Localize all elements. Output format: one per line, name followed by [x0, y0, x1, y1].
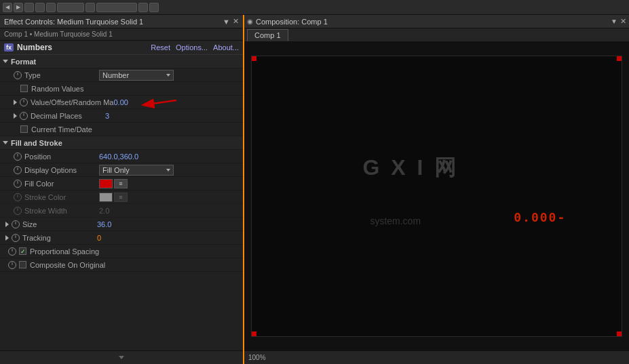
panel-close-icon[interactable]: ✕ [233, 17, 239, 26]
toolbar-icons: ◀ ▶ [3, 3, 159, 12]
fx-badge: fx [4, 43, 14, 52]
size-expand[interactable] [5, 222, 9, 227]
fill-color-menu[interactable]: ≡ [114, 179, 128, 188]
current-time-checkbox[interactable] [20, 125, 28, 133]
app-window: ◀ ▶ Effect Controls: Medium Turquoise So… [0, 0, 629, 364]
panel-header: Effect Controls: Medium Turquoise Solid … [0, 15, 243, 28]
watermark: G X I 网 [363, 153, 459, 183]
composite-on-original-checkbox[interactable] [19, 261, 26, 268]
breadcrumb: Comp 1 • Medium Turquoise Solid 1 [0, 28, 243, 41]
type-dropdown-arrow [166, 74, 170, 77]
decimal-expand[interactable] [14, 113, 17, 119]
fill-stroke-label: Fill and Stroke [11, 139, 62, 147]
corner-marker-tr [617, 56, 622, 61]
corner-marker-tl [251, 56, 256, 61]
fill-color-label: Fill Color [24, 180, 99, 188]
size-stopwatch[interactable] [12, 220, 20, 228]
decimal-places-row: Decimal Places 3 [0, 109, 243, 123]
toolbar-btn-6[interactable] [138, 3, 148, 12]
extra-stopwatch-2[interactable] [8, 261, 16, 269]
toolbar-btn-3[interactable] [35, 3, 45, 12]
type-dropdown[interactable]: Number [99, 70, 174, 81]
stroke-width-value: 2.0 [99, 207, 109, 215]
breadcrumb-text: Comp 1 • Medium Turquoise Solid 1 [4, 31, 113, 38]
number-display: 0.000- [514, 210, 566, 224]
fill-color-stopwatch[interactable] [14, 180, 22, 188]
value-expand[interactable] [14, 100, 17, 105]
comp-panel-close[interactable]: ✕ [620, 17, 626, 26]
toolbar-wide-btn[interactable] [57, 3, 84, 12]
options-button[interactable]: Options... [176, 43, 208, 52]
stroke-color-menu: ≡ [114, 193, 128, 202]
reset-button[interactable]: Reset [151, 43, 170, 52]
format-label: Format [11, 58, 36, 66]
top-toolbar: ◀ ▶ [0, 0, 629, 15]
type-stopwatch[interactable] [14, 71, 22, 79]
panel-bottom-controls [0, 350, 243, 364]
watermark-sub: system.com [370, 216, 421, 226]
tracking-row: Tracking 0 [0, 231, 243, 245]
display-options-dropdown[interactable]: Fill Only [99, 165, 174, 176]
about-button[interactable]: About... [213, 43, 239, 52]
format-section-header[interactable]: Format [0, 55, 243, 68]
position-value[interactable]: 640.0,360.0 [99, 153, 138, 161]
proportional-spacing-checkbox[interactable]: ✓ [19, 247, 26, 255]
toolbar-btn-4[interactable] [46, 3, 56, 12]
toolbar-btn-2[interactable]: ▶ [14, 3, 23, 12]
format-expand-icon [3, 60, 8, 63]
display-options-label: Display Options [24, 166, 99, 174]
stroke-width-row: Stroke Width 2.0 [0, 204, 243, 218]
toolbar-btn-1[interactable]: ◀ [3, 3, 12, 12]
random-values-checkbox[interactable] [20, 85, 28, 92]
scroll-down-icon[interactable] [119, 356, 124, 359]
comp-panel-dropdown[interactable]: ▼ [611, 18, 617, 25]
stroke-color-stopwatch[interactable] [14, 193, 22, 201]
comp-panel-icon: ◉ [247, 18, 253, 25]
toolbar-btn-7[interactable] [149, 3, 159, 12]
random-values-label: Random Values [31, 85, 83, 93]
display-options-row: Display Options Fill Only [0, 163, 243, 177]
fill-color-swatch[interactable] [99, 179, 113, 188]
proportional-spacing-label: Proportional Spacing [30, 247, 99, 256]
toolbar-name-field[interactable] [96, 3, 137, 12]
tracking-stopwatch[interactable] [12, 234, 20, 242]
stroke-width-stopwatch [14, 207, 22, 215]
extra-stopwatch-row-1: ✓ Proportional Spacing [0, 245, 243, 258]
fill-stroke-section-header[interactable]: Fill and Stroke [0, 136, 243, 150]
size-row: Size 36.0 [0, 218, 243, 231]
size-label: Size [22, 220, 97, 228]
composition-panel: ◉ Composition: Comp 1 ▼ ✕ Comp 1 [244, 15, 629, 364]
effect-controls-panel: Effect Controls: Medium Turquoise Solid … [0, 15, 244, 364]
panel-menu-icon[interactable]: ▼ [223, 18, 230, 26]
position-row: Position 640.0,360.0 [0, 150, 243, 163]
fill-stroke-expand-icon [3, 141, 8, 144]
composite-on-original-label: Composite On Original [30, 261, 105, 269]
corner-marker-br [617, 331, 622, 337]
extra-stopwatch-1[interactable] [8, 247, 16, 256]
position-stopwatch[interactable] [14, 153, 22, 161]
decimal-stopwatch[interactable] [20, 112, 28, 120]
display-options-stopwatch[interactable] [14, 166, 22, 174]
value-offset-stopwatch[interactable] [20, 98, 28, 106]
viewport-inner: G X I 网 system.com 0.000- [251, 56, 622, 337]
size-value[interactable]: 36.0 [97, 220, 111, 228]
value-offset-row: Value/Offset/Random Ma 0.00 [0, 96, 243, 109]
tracking-value[interactable]: 0 [97, 234, 101, 242]
corner-marker-bl [251, 331, 256, 337]
toolbar-btn-5[interactable] [85, 3, 95, 12]
value-offset-value[interactable]: 0.00 [114, 98, 128, 106]
random-values-row[interactable]: Random Values [0, 82, 243, 96]
decimal-places-value[interactable]: 3 [105, 112, 109, 120]
fx-header: fx Numbers Reset Options... About... [0, 41, 243, 55]
tracking-expand[interactable] [5, 235, 9, 241]
comp-panel-title: Composition: Comp 1 [256, 18, 608, 26]
properties-panel: Format Type Number Random Value [0, 55, 243, 350]
fx-title: Numbers [17, 43, 151, 52]
type-row: Type Number [0, 68, 243, 82]
display-options-arrow [166, 169, 170, 171]
fill-color-row: Fill Color ≡ [0, 177, 243, 190]
comp-tab[interactable]: Comp 1 [247, 29, 288, 41]
viewport-bottom: 100% [244, 350, 629, 364]
viewport-zoom[interactable]: 100% [248, 354, 266, 361]
current-time-row[interactable]: Current Time/Date [0, 123, 243, 136]
